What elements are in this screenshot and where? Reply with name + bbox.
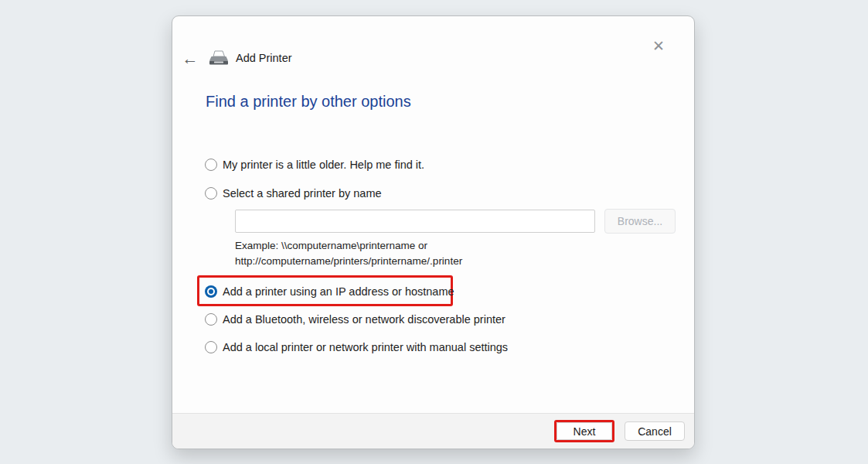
- radio-icon: [205, 313, 217, 326]
- close-icon[interactable]: ✕: [648, 35, 669, 56]
- radio-option-local-printer[interactable]: Add a local printer or network printer w…: [205, 339, 508, 355]
- example-line-1: Example: \\computername\printername or: [235, 238, 462, 254]
- radio-selected-icon: [205, 285, 217, 298]
- radio-option-label: Add a Bluetooth, wireless or network dis…: [223, 313, 505, 326]
- next-button[interactable]: Next: [557, 422, 612, 440]
- page-title: Find a printer by other options: [206, 93, 411, 111]
- radio-option-label: Add a printer using an IP address or hos…: [223, 285, 454, 298]
- browse-button[interactable]: Browse...: [604, 209, 676, 234]
- cancel-button[interactable]: Cancel: [625, 421, 685, 441]
- radio-option-bluetooth-wireless[interactable]: Add a Bluetooth, wireless or network dis…: [205, 312, 505, 327]
- radio-icon: [205, 341, 217, 353]
- radio-option-shared-printer[interactable]: Select a shared printer by name: [205, 186, 382, 201]
- radio-icon: [205, 187, 217, 200]
- radio-option-label: My printer is a little older. Help me fi…: [223, 159, 424, 171]
- red-highlight-box-next: Next: [554, 420, 614, 442]
- radio-option-ip-address[interactable]: Add a printer using an IP address or hos…: [205, 284, 454, 299]
- desktop-background: ✕ ← Add Printer Find a printer by other …: [0, 0, 868, 464]
- shared-printer-name-input[interactable]: [235, 210, 595, 233]
- example-line-2: http://computername/printers/printername…: [235, 254, 462, 269]
- radio-option-older-printer[interactable]: My printer is a little older. Help me fi…: [205, 157, 424, 172]
- dialog-header: ← Add Printer: [179, 48, 292, 68]
- dialog-title: Add Printer: [236, 52, 292, 64]
- printer-icon: [208, 49, 230, 67]
- radio-option-label: Add a local printer or network printer w…: [223, 341, 508, 353]
- add-printer-dialog: ✕ ← Add Printer Find a printer by other …: [172, 15, 695, 449]
- back-icon[interactable]: ←: [179, 50, 202, 67]
- example-hint-text: Example: \\computername\printername or h…: [235, 238, 462, 268]
- radio-icon: [205, 159, 217, 171]
- dialog-footer: Next Cancel: [172, 413, 694, 449]
- radio-option-label: Select a shared printer by name: [223, 187, 382, 200]
